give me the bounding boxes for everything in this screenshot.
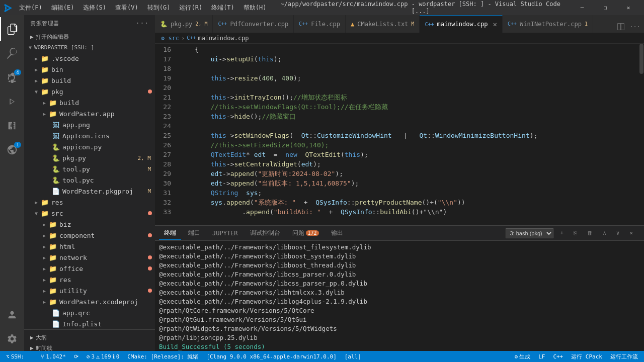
sidebar-item-src-res[interactable]: ▶ 📁 res — [24, 274, 155, 285]
terminal-selector[interactable]: 3: bash (pkg) — [506, 228, 553, 238]
menu-help[interactable]: 帮助(H) — [239, 3, 271, 13]
status-cmake[interactable]: CMake: [Release]: 就绪 — [125, 351, 200, 362]
sidebar-item-wordpaster-app[interactable]: ▶ 📁 WordPaster.app — [24, 108, 155, 119]
extensions-activity-icon[interactable] — [0, 114, 24, 138]
minimize-button[interactable]: ─ — [571, 0, 594, 15]
code-content[interactable]: { ui->setupUi(this); this->resize(400, 4… — [175, 44, 644, 225]
status-kit[interactable]: [all] — [343, 351, 363, 362]
timeline-section[interactable]: ▶ 时间线 — [24, 342, 155, 351]
sidebar-more-button[interactable]: ··· — [135, 19, 149, 27]
sidebar-item-appicon-icns[interactable]: 🖼 AppIcon.icns — [24, 130, 155, 141]
status-clang[interactable]: [Clang 9.0.0 x86_64-apple-darwin17.0.0] — [204, 351, 338, 362]
sidebar-item-res[interactable]: ▶ 📁 res — [24, 197, 155, 208]
status-sync[interactable]: ⟳ — [72, 351, 80, 362]
menu-run[interactable]: 运行(R) — [175, 3, 206, 13]
sidebar-item-vscode[interactable]: ▶ 📁 .vscode — [24, 53, 155, 64]
sidebar-item-component[interactable]: ▶ 📁 component — [24, 230, 155, 241]
status-lang[interactable]: C++ — [551, 351, 565, 362]
panel-tab-output[interactable]: 输出 — [326, 227, 348, 239]
accounts-activity-icon[interactable] — [0, 303, 24, 327]
terminal-chevron-down[interactable]: ∨ — [613, 229, 623, 237]
status-cpack[interactable]: 运行 CPack — [569, 351, 604, 362]
sidebar-item-pkg-build[interactable]: ▶ 📁 build — [24, 97, 155, 108]
sidebar-item-app-png[interactable]: 🖼 app.png — [24, 119, 155, 130]
sidebar-item-biz[interactable]: ▶ 📁 biz — [24, 219, 155, 230]
close-button[interactable]: ✕ — [617, 0, 640, 15]
status-errors[interactable]: ⊘ 3 △ 169 ℹ 0 — [85, 351, 121, 362]
sidebar-item-pkg[interactable]: ▼ 📁 pkg — [24, 86, 155, 97]
add-terminal-button[interactable]: + — [557, 229, 567, 237]
build-arrow: ▶ — [32, 78, 40, 83]
menu-edit[interactable]: 编辑(E) — [47, 3, 78, 13]
sidebar-item-pkg-py[interactable]: 🐍 pkg.py 2, M — [24, 152, 155, 163]
editor-area: 🐍 pkg.py 2, M C++ PdfConverter.cpp C++ F… — [155, 15, 644, 351]
sidebar: 资源管理器 ··· ▶ 打开的编辑器 ▼ WORDPASTER [SSH: ] … — [24, 15, 155, 351]
tab-split-button[interactable] — [615, 21, 627, 33]
menu-file[interactable]: 文件(F) — [15, 3, 46, 13]
folder-icon: 📁 — [40, 66, 49, 73]
panel-tab-jupyter[interactable]: JUPYTER — [207, 228, 243, 239]
tab-overflow-button[interactable]: ··· — [629, 21, 641, 33]
menu-select[interactable]: 选择(S) — [79, 3, 110, 13]
sidebar-item-bin[interactable]: ▶ 📁 bin — [24, 64, 155, 75]
terminal-chevron-up[interactable]: ∧ — [600, 229, 609, 237]
panel-tab-debug[interactable]: 调试控制台 — [245, 227, 285, 239]
status-lang-label: C++ — [553, 353, 563, 360]
delete-terminal-button[interactable]: 🗑 — [584, 229, 596, 237]
panel-tab-problems[interactable]: 问题 172 — [287, 227, 324, 239]
tab-file-cpp-label: File.cpp — [311, 21, 340, 28]
editor-scrollbar-thumb[interactable] — [639, 44, 643, 74]
remote-activity-icon[interactable]: 1 — [0, 138, 24, 162]
folder-icon: 📁 — [48, 298, 57, 306]
source-control-activity-icon[interactable]: 4 — [0, 65, 24, 89]
tab-pkg-py[interactable]: 🐍 pkg.py 2, M — [155, 15, 213, 33]
search-activity-icon[interactable] — [0, 41, 24, 65]
status-lf[interactable]: LF — [536, 351, 547, 362]
sidebar-item-tool-pyc[interactable]: 🐍 tool.pyc — [24, 174, 155, 186]
sidebar-item-pkgproj[interactable]: 📄 WordPaster.pkgproj M — [24, 186, 155, 197]
app-png-label: app.png — [62, 121, 155, 129]
close-panel-button[interactable]: ✕ — [626, 229, 636, 237]
menu-goto[interactable]: 转到(G) — [143, 3, 175, 13]
explorer-activity-icon[interactable] — [0, 17, 24, 41]
office-label: office — [59, 265, 148, 273]
status-branch[interactable]: ⑂ 1.042* — [39, 351, 68, 362]
sidebar-item-info-plist[interactable]: 📄 Info.plist — [24, 318, 155, 329]
office-modified-dot — [148, 266, 152, 270]
sidebar-item-tool-py[interactable]: 🐍 tool.py M — [24, 163, 155, 174]
sidebar-item-build[interactable]: ▶ 📁 build — [24, 75, 155, 86]
editor-scrollbar[interactable] — [639, 44, 644, 225]
sidebar-item-app-qrc[interactable]: 📄 app.qrc — [24, 307, 155, 318]
open-editors-section[interactable]: ▶ 打开的编辑器 — [24, 31, 155, 42]
tab-file-cpp[interactable]: C++ File.cpp — [294, 15, 346, 33]
tab-mainwindow-close[interactable]: ✕ — [493, 20, 497, 28]
menu-terminal[interactable]: 终端(T) — [207, 3, 238, 13]
menu-view[interactable]: 查看(V) — [111, 3, 142, 13]
tab-cmakelists[interactable]: ▲ CMakeLists.txt M — [346, 15, 420, 33]
tab-wininetposter[interactable]: C++ WinINetPoster.cpp 1 — [503, 15, 593, 33]
breadcrumb-file[interactable]: mainwindow.cpp — [198, 35, 249, 42]
sidebar-item-network[interactable]: ▶ 📁 network — [24, 252, 155, 263]
breadcrumb-src[interactable]: ⚙ src — [161, 35, 179, 42]
sidebar-item-utility[interactable]: ▶ 📁 utility — [24, 285, 155, 296]
sidebar-item-xcodeproj[interactable]: ▶ 📁 WordPaster.xcodeproj — [24, 296, 155, 307]
tab-mainwindow-cpp[interactable]: C++ mainwindow.cpp ✕ — [420, 15, 503, 33]
terminal-content[interactable]: @executable_path/../Frameworks/libboost_… — [155, 241, 644, 351]
sidebar-item-office[interactable]: ▶ 📁 office — [24, 263, 155, 274]
folder-icon: 📁 — [48, 287, 57, 295]
sidebar-root[interactable]: ▼ WORDPASTER [SSH: ] — [24, 42, 155, 53]
outline-section[interactable]: ▶ 大纲 — [24, 332, 155, 342]
sidebar-item-src[interactable]: ▼ 📁 src — [24, 208, 155, 219]
sidebar-item-html[interactable]: ▶ 📁 html — [24, 241, 155, 252]
run-activity-icon[interactable] — [0, 89, 24, 114]
status-run-workflow[interactable]: 运行工作流 — [608, 351, 640, 362]
panel-tab-ports[interactable]: 端口 — [183, 227, 205, 239]
settings-activity-icon[interactable] — [0, 327, 24, 351]
maximize-button[interactable]: ❐ — [594, 0, 617, 15]
status-ssh[interactable]: ⌥ SSH: — [4, 351, 35, 362]
status-build[interactable]: ⚙ 生成 — [513, 351, 533, 362]
tab-pdfconverter[interactable]: C++ PdfConverter.cpp — [213, 15, 294, 33]
sidebar-item-appicon-py[interactable]: 🐍 appicon.py — [24, 141, 155, 152]
panel-tab-terminal[interactable]: 终端 — [159, 227, 181, 240]
split-terminal-button[interactable]: ⎘ — [571, 229, 580, 237]
